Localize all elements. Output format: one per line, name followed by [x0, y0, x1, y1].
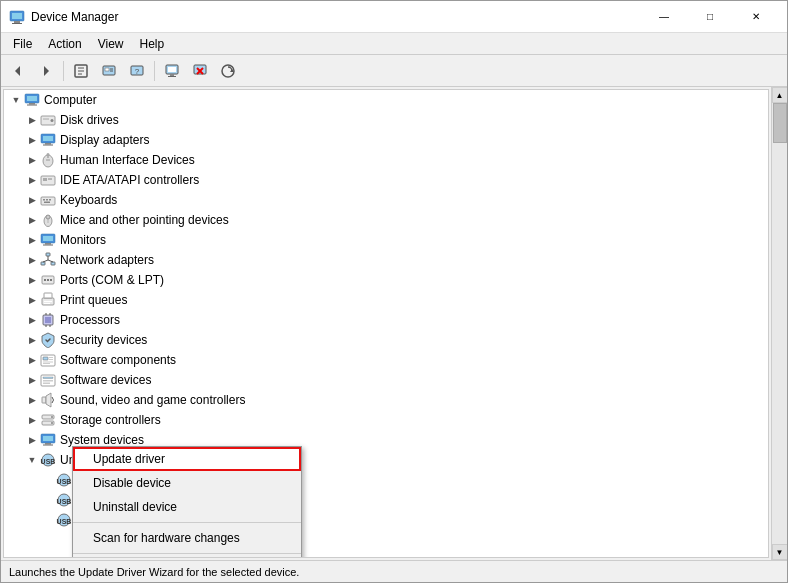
tree-item-mice[interactable]: ▶ Mice and other pointing devices — [4, 210, 768, 230]
svg-rect-93 — [43, 445, 53, 446]
tree-item-software-devices[interactable]: ▶ Software devices — [4, 370, 768, 390]
forward-button[interactable] — [33, 59, 59, 83]
label-mice: Mice and other pointing devices — [60, 213, 229, 227]
expand-storage[interactable]: ▶ — [24, 412, 40, 428]
monitor-button[interactable] — [159, 59, 185, 83]
label-security: Security devices — [60, 333, 147, 347]
tree-item-disk-drives[interactable]: ▶ Disk drives — [4, 110, 768, 130]
back-button[interactable] — [5, 59, 31, 83]
icon-ports — [40, 272, 56, 288]
expand-print[interactable]: ▶ — [24, 292, 40, 308]
svg-rect-78 — [49, 359, 53, 360]
ctx-properties[interactable]: Properties — [73, 557, 301, 558]
driver-button[interactable] — [96, 59, 122, 83]
context-menu: Update driver Disable device Uninstall d… — [72, 446, 302, 558]
tree-item-monitors[interactable]: ▶ Monitors — [4, 230, 768, 250]
scan-button[interactable] — [215, 59, 241, 83]
scrollbar-thumb[interactable] — [773, 103, 787, 143]
svg-rect-1 — [12, 13, 22, 19]
svg-rect-70 — [45, 317, 51, 323]
expand-system[interactable]: ▶ — [24, 432, 40, 448]
expand-keyboards[interactable]: ▶ — [24, 192, 40, 208]
icon-ide — [40, 172, 56, 188]
menu-action[interactable]: Action — [40, 35, 89, 53]
tree-item-processors[interactable]: ▶ Processors — [4, 310, 768, 330]
svg-rect-28 — [27, 105, 37, 106]
expand-usb[interactable]: ▼ — [24, 452, 40, 468]
ctx-scan-changes[interactable]: Scan for hardware changes — [73, 526, 301, 550]
scrollbar[interactable]: ▲ ▼ — [771, 87, 787, 560]
tree-item-ports[interactable]: ▶ Ports (COM & LPT) — [4, 270, 768, 290]
svg-rect-79 — [43, 362, 53, 363]
svg-rect-17 — [168, 67, 176, 72]
tree-item-sound[interactable]: ▶ Sound, video and game controllers — [4, 390, 768, 410]
expand-ide[interactable]: ▶ — [24, 172, 40, 188]
svg-rect-45 — [46, 199, 48, 201]
label-system: System devices — [60, 433, 144, 447]
expand-disk[interactable]: ▶ — [24, 112, 40, 128]
menu-bar: File Action View Help — [1, 33, 787, 55]
expand-computer[interactable]: ▼ — [8, 92, 24, 108]
minimize-button[interactable]: — — [641, 1, 687, 33]
tree-item-ide[interactable]: ▶ IDE ATA/ATAPI controllers — [4, 170, 768, 190]
svg-rect-83 — [43, 380, 53, 382]
label-hid: Human Interface Devices — [60, 153, 195, 167]
svg-point-62 — [44, 279, 46, 281]
expand-network[interactable]: ▶ — [24, 252, 40, 268]
icon-usb-child-3: USB — [56, 512, 72, 528]
help-button[interactable]: ? — [124, 59, 150, 83]
tree-item-computer[interactable]: ▼ Computer — [4, 90, 768, 110]
tree-item-software-components[interactable]: ▶ Software components — [4, 350, 768, 370]
tree-item-storage[interactable]: ▶ Storage controllers — [4, 410, 768, 430]
tree-view[interactable]: ▼ Computer ▶ — [3, 89, 769, 558]
menu-view[interactable]: View — [90, 35, 132, 53]
svg-rect-76 — [43, 357, 48, 360]
icon-network — [40, 252, 56, 268]
ctx-update-driver[interactable]: Update driver — [73, 447, 301, 471]
menu-file[interactable]: File — [5, 35, 40, 53]
icon-computer — [24, 92, 40, 108]
svg-rect-2 — [14, 21, 20, 23]
expand-sw-devices[interactable]: ▶ — [24, 372, 40, 388]
svg-point-50 — [46, 215, 50, 219]
maximize-button[interactable]: □ — [687, 1, 733, 33]
expand-sound[interactable]: ▶ — [24, 392, 40, 408]
uninstall-button[interactable] — [187, 59, 213, 83]
svg-rect-52 — [43, 236, 53, 241]
svg-point-38 — [47, 153, 50, 156]
tree-item-security[interactable]: ▶ Security devices — [4, 330, 768, 350]
label-ide: IDE ATA/ATAPI controllers — [60, 173, 199, 187]
svg-rect-82 — [43, 377, 53, 379]
icon-hid — [40, 152, 56, 168]
expand-processors[interactable]: ▶ — [24, 312, 40, 328]
tree-item-hid[interactable]: ▶ Human Interface Devices — [4, 150, 768, 170]
scroll-down-button[interactable]: ▼ — [772, 544, 788, 560]
menu-help[interactable]: Help — [132, 35, 173, 53]
label-keyboards: Keyboards — [60, 193, 117, 207]
expand-ports[interactable]: ▶ — [24, 272, 40, 288]
svg-rect-41 — [43, 178, 47, 181]
expand-security[interactable]: ▶ — [24, 332, 40, 348]
tree-item-print[interactable]: ▶ Print queues — [4, 290, 768, 310]
scrollbar-track[interactable] — [772, 103, 788, 544]
icon-software-devices — [40, 372, 56, 388]
tree-item-display-adapters[interactable]: ▶ Display adapters — [4, 130, 768, 150]
expand-mice[interactable]: ▶ — [24, 212, 40, 228]
ctx-disable-device[interactable]: Disable device — [73, 471, 301, 495]
svg-marker-4 — [15, 66, 20, 76]
svg-marker-5 — [44, 66, 49, 76]
expand-sw-components[interactable]: ▶ — [24, 352, 40, 368]
scroll-up-button[interactable]: ▲ — [772, 87, 788, 103]
properties-button[interactable] — [68, 59, 94, 83]
svg-text:USB: USB — [57, 518, 72, 525]
ctx-uninstall-device[interactable]: Uninstall device — [73, 495, 301, 519]
tree-item-network[interactable]: ▶ Network adapters — [4, 250, 768, 270]
expand-hid[interactable]: ▶ — [24, 152, 40, 168]
label-software-components: Software components — [60, 353, 176, 367]
expand-display[interactable]: ▶ — [24, 132, 40, 148]
expand-monitors[interactable]: ▶ — [24, 232, 40, 248]
icon-monitor — [40, 232, 56, 248]
close-button[interactable]: ✕ — [733, 1, 779, 33]
icon-sound — [40, 392, 56, 408]
tree-item-keyboards[interactable]: ▶ Keyboards — [4, 190, 768, 210]
